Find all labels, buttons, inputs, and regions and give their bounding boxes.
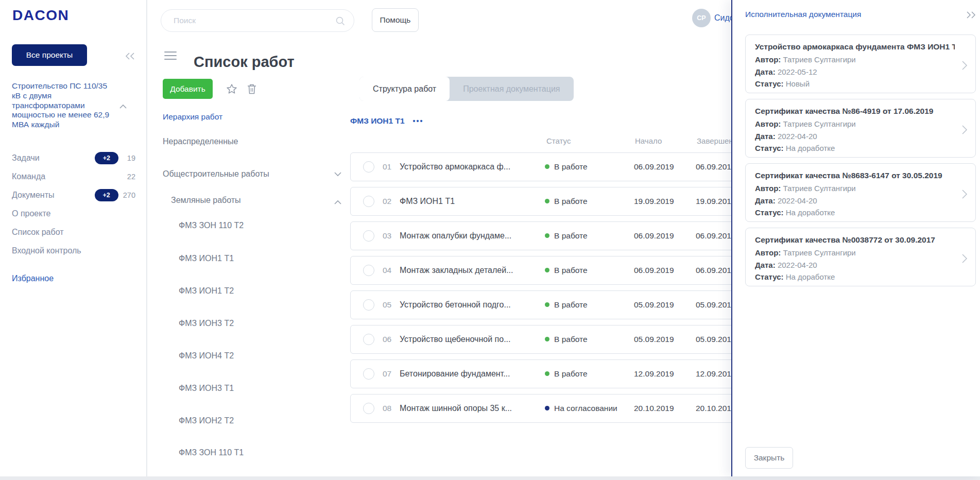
- work-row[interactable]: 02 ФМЗ ИОН1 Т1 В работе 19.09.2019 19.09…: [350, 187, 744, 216]
- date-label: Дата:: [755, 67, 776, 76]
- row-number: 08: [383, 395, 391, 422]
- work-row[interactable]: 05 Устройство бетонной подго... В работе…: [350, 290, 744, 319]
- document-card[interactable]: Сертификат качества №86-4919 от 17.06.20…: [745, 99, 976, 158]
- all-projects-button[interactable]: Все проекты: [12, 44, 87, 66]
- hierarchy-item-label: ФМЗ ИОН3 Т2: [179, 319, 234, 328]
- row-status: В работе: [545, 360, 588, 388]
- chevron-up-icon[interactable]: [119, 103, 127, 112]
- row-checkbox[interactable]: [363, 334, 374, 345]
- row-title: Монтаж опалубки фундаме...: [400, 222, 511, 250]
- status-value: Новый: [786, 79, 810, 88]
- row-status: В работе: [545, 222, 588, 250]
- sidebar-item[interactable]: Команда 22: [12, 171, 135, 182]
- add-button[interactable]: Добавить: [163, 79, 213, 99]
- menu-toggle-icon[interactable]: [164, 52, 177, 60]
- sidebar-item[interactable]: О проекте: [12, 208, 135, 219]
- hierarchy-item[interactable]: ФМЗ ИОН4 Т2: [179, 350, 234, 362]
- hierarchy-item[interactable]: ФМЗ ИОН1 Т2: [179, 285, 234, 297]
- work-row[interactable]: 08 Монтаж шинной опоры 35 к... На соглас…: [350, 394, 744, 423]
- star-icon[interactable]: [226, 83, 238, 97]
- sidebar-item[interactable]: Документы +2 270: [12, 190, 135, 201]
- status-dot: [545, 371, 549, 376]
- finish-date: 20.10.2019: [696, 395, 736, 422]
- chevron-right-icon[interactable]: [961, 60, 968, 73]
- ellipsis-menu-icon[interactable]: •••: [413, 117, 424, 125]
- avatar[interactable]: СР: [692, 9, 711, 27]
- work-row[interactable]: 04 Монтаж закладных деталей... В работе …: [350, 256, 744, 285]
- chevron-up-icon[interactable]: [334, 197, 342, 206]
- item-count: 22: [123, 173, 135, 181]
- document-list: Устройство армокаркаса фундамента ФМЗ ИО…: [745, 35, 976, 292]
- work-row[interactable]: 01 Устройство армокаркаса ф... В работе …: [350, 152, 744, 181]
- start-date: 06.09.2019: [634, 256, 674, 284]
- finish-date: 06.09.2019: [696, 222, 736, 250]
- hierarchy-item[interactable]: ФМЗ ИОН1 Т1: [179, 253, 234, 264]
- hierarchy-item[interactable]: ФМЗ ЗОН 110 Т2: [179, 220, 244, 231]
- finish-date: 06.09.2019: [696, 256, 736, 284]
- author-label: Автор:: [755, 184, 781, 193]
- row-checkbox[interactable]: [363, 265, 374, 276]
- status-label: Статус:: [755, 272, 784, 281]
- help-button[interactable]: Помощь: [372, 8, 419, 32]
- work-group-title[interactable]: ФМЗ ИОН1 Т1: [350, 116, 405, 126]
- document-title: Устройство армокаркаса фундамента ФМЗ ИО…: [755, 41, 955, 53]
- hierarchy-item[interactable]: Нераспределенные: [163, 136, 238, 147]
- row-checkbox[interactable]: [363, 230, 374, 242]
- sidebar-item[interactable]: Задачи +2 19: [12, 152, 135, 164]
- collapse-panel-icon[interactable]: [965, 10, 977, 22]
- status-label: В работе: [554, 197, 588, 205]
- row-number: 05: [383, 291, 391, 319]
- row-checkbox[interactable]: [363, 403, 374, 414]
- chevron-down-icon[interactable]: [334, 170, 342, 180]
- sidebar-item-label: Документы: [12, 191, 95, 200]
- search-input[interactable]: [173, 10, 327, 31]
- row-checkbox[interactable]: [363, 161, 374, 173]
- item-count: 19: [123, 154, 135, 162]
- row-number: 03: [383, 222, 391, 250]
- status-dot: [545, 337, 549, 341]
- status-label: Статус:: [755, 144, 784, 152]
- hierarchy-item[interactable]: ФМЗ ИОН3 Т1: [179, 383, 234, 394]
- work-row[interactable]: 03 Монтаж опалубки фундаме... В работе 0…: [350, 221, 744, 250]
- status-label: Статус:: [755, 208, 784, 217]
- tab-project-documentation[interactable]: Проектная документация: [450, 77, 573, 101]
- row-checkbox[interactable]: [363, 299, 374, 311]
- column-header-start: Начало: [635, 136, 662, 145]
- row-title: Монтаж шинной опоры 35 к...: [400, 395, 512, 422]
- hierarchy-item[interactable]: Общестроительные работы: [163, 168, 269, 180]
- tab-work-structure[interactable]: Структура работ: [359, 77, 450, 101]
- status-label: В работе: [554, 231, 588, 240]
- hierarchy-item[interactable]: ФМЗ ЗОН 110 Т1: [179, 447, 244, 458]
- hierarchy-item-label: ФМЗ ИОН1 Т1: [179, 254, 234, 263]
- status-value: На доработке: [786, 144, 835, 152]
- finish-date: 05.09.2019: [696, 291, 736, 319]
- chevron-right-icon[interactable]: [961, 188, 968, 202]
- document-card[interactable]: Сертификат качества №8683-6147 от 30.05.…: [745, 163, 976, 222]
- notification-badge: +2: [95, 189, 118, 201]
- document-card[interactable]: Сертификат качества №0038772 от 30.09.20…: [745, 228, 976, 286]
- date-label: Дата:: [755, 132, 776, 141]
- current-project[interactable]: Строительство ПС 110/35 кВ с двумя транс…: [12, 81, 136, 130]
- hierarchy-item-label: ФМЗ ЗОН 110 Т2: [179, 221, 244, 230]
- close-button[interactable]: Закрыть: [745, 447, 793, 469]
- status-dot: [545, 164, 549, 169]
- chevron-right-icon[interactable]: [961, 253, 968, 266]
- trash-icon[interactable]: [246, 83, 257, 97]
- sidebar-item[interactable]: Входной контроль: [12, 245, 135, 256]
- work-row[interactable]: 07 Бетонирование фундамент... В работе 1…: [350, 359, 744, 388]
- hierarchy-item-label: Нераспределенные: [163, 137, 238, 146]
- chevron-right-icon[interactable]: [961, 124, 968, 138]
- favorites-link[interactable]: Избранное: [12, 274, 54, 283]
- document-card[interactable]: Устройство армокаркаса фундамента ФМЗ ИО…: [745, 35, 976, 93]
- hierarchy-item[interactable]: Земляные работы: [171, 195, 241, 206]
- hierarchy-item[interactable]: ФМЗ ИОН2 Т2: [179, 415, 234, 426]
- sidebar-item[interactable]: Список работ: [12, 227, 135, 238]
- sidebar-item-label: Команда: [12, 172, 123, 181]
- row-title: Устройство армокаркаса ф...: [400, 153, 510, 181]
- row-checkbox[interactable]: [363, 196, 374, 207]
- hierarchy-item[interactable]: ФМЗ ИОН3 Т2: [179, 318, 234, 329]
- collapse-sidebar-icon[interactable]: [125, 51, 136, 63]
- work-row[interactable]: 06 Устройство щебеночной по... В работе …: [350, 325, 744, 354]
- row-status: В работе: [545, 256, 588, 284]
- row-checkbox[interactable]: [363, 368, 374, 380]
